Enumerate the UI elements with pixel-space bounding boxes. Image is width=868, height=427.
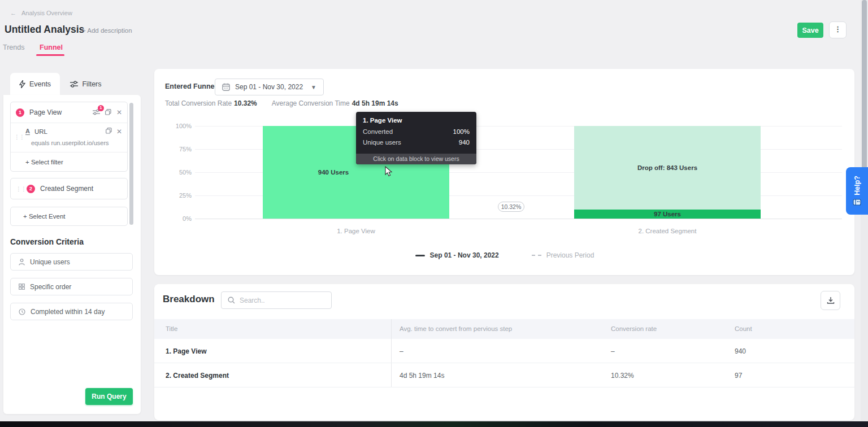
grid-icon — [19, 284, 25, 290]
event-step-1-card: 1 Page View 1 ✕ ⋮⋮ A URL ✕ equals run.us… — [10, 102, 128, 172]
sidebar-tab-filters-label: Filters — [82, 80, 101, 88]
criteria-specific-order-label: Specific order — [30, 283, 71, 291]
column-count[interactable]: Count — [735, 325, 752, 332]
select-filter-button[interactable]: + Select filter — [11, 152, 127, 171]
search-input[interactable] — [240, 297, 319, 304]
event-filter-icon[interactable]: 1 — [93, 109, 100, 116]
step-number-badge: 2 — [27, 185, 35, 193]
row2-title: 2. Created Segment — [166, 372, 229, 380]
event-step-1-header[interactable]: 1 Page View 1 ✕ — [11, 102, 127, 123]
dashed-line-icon — [532, 255, 541, 256]
entered-funnel-label: Entered Funnel — [165, 82, 216, 90]
help-tab-label: Help? — [853, 176, 861, 195]
table-header-row: Title Avg. time to convert from pervious… — [154, 319, 854, 339]
event-filter-url-block: ⋮⋮ A URL ✕ equals run.userpilot.io/users — [11, 123, 127, 152]
run-query-button[interactable]: Run Query — [85, 388, 133, 405]
lightning-icon — [19, 80, 25, 88]
dropoff-users-label: Drop off: 843 Users — [637, 164, 697, 171]
row1-title: 1. Page View — [166, 347, 207, 355]
row1-conversion-rate: – — [611, 347, 615, 355]
help-book-icon — [853, 199, 861, 206]
x-label-step2: 2. Created Segment — [574, 228, 761, 234]
criteria-unique-users[interactable]: Unique users — [10, 253, 133, 271]
sidebar-scrollbar[interactable] — [129, 103, 133, 225]
funnel-bar-step2-converted[interactable]: 97 Users — [574, 210, 761, 219]
y-tick-0: 0% — [163, 215, 192, 222]
bar1-users-label: 940 Users — [318, 169, 349, 176]
criteria-completed-within[interactable]: Completed within 14 day — [10, 303, 133, 320]
drag-handle-icon[interactable]: ⋮⋮ — [14, 136, 20, 138]
add-description-button[interactable]: + Add description — [82, 27, 132, 34]
row2-avg-time: 4d 5h 19m 14s — [400, 372, 444, 380]
clock-icon — [19, 308, 25, 315]
close-icon[interactable]: ✕ — [116, 109, 122, 116]
more-options-button[interactable]: ⋮ — [829, 21, 847, 38]
y-tick-50: 50% — [163, 169, 192, 176]
solid-line-icon — [415, 255, 425, 256]
criteria-specific-order[interactable]: Specific order — [10, 278, 133, 295]
back-arrow-icon[interactable]: ← — [10, 10, 16, 16]
user-icon — [19, 259, 25, 265]
copy-icon[interactable] — [105, 109, 111, 116]
breakdown-heading: Breakdown — [163, 294, 215, 305]
legend-previous-period[interactable]: Previous Period — [532, 251, 594, 259]
row2-count: 97 — [735, 372, 742, 380]
conversion-criteria-heading: Conversion Criteria — [10, 237, 84, 246]
mouse-cursor — [385, 166, 394, 177]
tab-funnel[interactable]: Funnel — [40, 43, 63, 51]
close-icon[interactable]: ✕ — [116, 128, 122, 135]
column-title[interactable]: Title — [166, 325, 177, 332]
bar2-users-label: 97 Users — [654, 211, 681, 217]
gridline-0 — [195, 219, 842, 219]
chart-legend: Sep 01 - Nov 30, 2022 Previous Period — [346, 251, 663, 259]
page-scrollbar-thumb[interactable] — [862, 0, 867, 169]
event-step-2-card[interactable]: ⋮⋮ 2 Created Segment — [10, 178, 128, 199]
help-tab[interactable]: Help? — [846, 167, 868, 215]
column-avg-time[interactable]: Avg. time to convert from pervious step — [400, 325, 512, 332]
copy-icon[interactable] — [106, 128, 112, 135]
row2-conversion-rate: 10.32% — [611, 372, 634, 380]
table-row[interactable]: 2. Created Segment 4d 5h 19m 14s 10.32% … — [154, 363, 854, 387]
legend-current-period[interactable]: Sep 01 - Nov 30, 2022 — [415, 251, 499, 259]
sliders-icon — [70, 81, 78, 88]
tooltip-row-unique-users: Unique users940 — [363, 139, 470, 146]
event-step-1-name: Page View — [29, 108, 88, 116]
active-tab-underline — [36, 54, 64, 56]
funnel-bar-step2-dropoff[interactable]: Drop off: 843 Users — [574, 126, 761, 210]
tab-trends[interactable]: Trends — [3, 43, 24, 51]
y-tick-25: 25% — [163, 192, 192, 199]
conversion-rate-badge: 10.32% — [498, 202, 524, 212]
bottom-video-progress-bar — [0, 421, 868, 427]
chart-tooltip: 1. Page View Converted100% Unique users9… — [356, 112, 476, 164]
funnel-stats: Total Conversion Rate10.32% Average Conv… — [165, 99, 398, 107]
breakdown-panel: Breakdown Title Avg. time to convert fro… — [154, 284, 854, 420]
filter-field-label: URL — [34, 128, 101, 135]
tooltip-footer-hint: Click on data block to view users — [356, 154, 476, 164]
breadcrumb-label[interactable]: Analysis Overview — [21, 10, 72, 16]
y-tick-75: 75% — [163, 146, 192, 152]
average-conversion-time: Average Conversion Time4d 5h 19m 14s — [272, 99, 398, 107]
search-icon — [228, 297, 235, 304]
sidebar-tab-filters[interactable]: Filters — [63, 73, 108, 95]
table-row[interactable]: 1. Page View – – 940 — [154, 339, 854, 363]
page-title: Untitled Analysis — [5, 24, 84, 36]
select-event-button[interactable]: + Select Event — [10, 207, 128, 226]
tooltip-row-converted: Converted100% — [363, 128, 470, 135]
total-conversion-rate: Total Conversion Rate10.32% — [165, 99, 257, 107]
export-button[interactable] — [821, 291, 840, 310]
sidebar-tab-events-label: Events — [29, 80, 51, 88]
step-number-badge: 1 — [16, 108, 24, 117]
sidebar-tab-events[interactable]: Events — [10, 73, 60, 95]
breakdown-search[interactable] — [221, 291, 332, 309]
row1-avg-time: – — [400, 347, 403, 355]
breadcrumb[interactable]: ← Analysis Overview — [10, 10, 72, 16]
x-label-step1: 1. Page View — [263, 228, 449, 234]
column-conversion-rate[interactable]: Conversion rate — [611, 325, 657, 332]
date-range-select[interactable]: Sep 01 - Nov 30, 2022 ▼ — [215, 79, 324, 95]
filter-count-badge: 1 — [98, 105, 104, 111]
drag-handle-icon[interactable]: ⋮⋮ — [16, 188, 21, 190]
event-step-2-name: Created Segment — [40, 185, 122, 193]
save-button[interactable]: Save — [797, 23, 823, 38]
criteria-completed-within-label: Completed within 14 day — [31, 308, 105, 316]
filter-condition-value[interactable]: equals run.userpilot.io/users — [31, 140, 122, 146]
